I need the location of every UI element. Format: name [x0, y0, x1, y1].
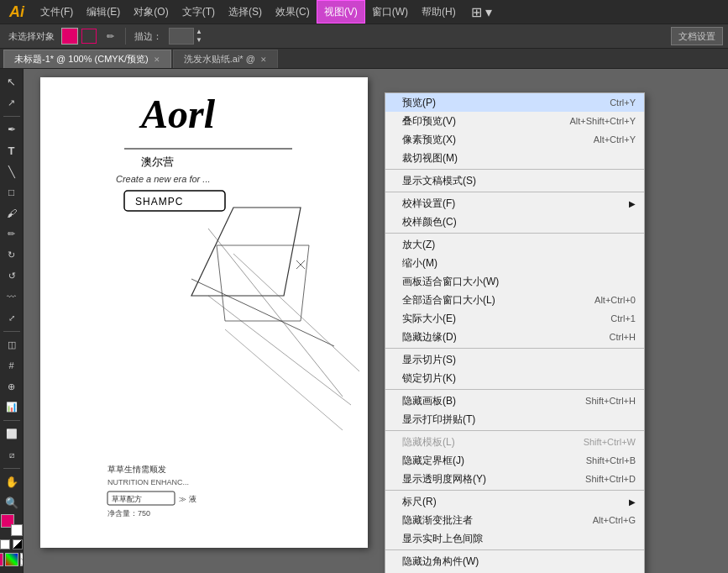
- menu-fit-all[interactable]: 全部适合窗口大小(L) Alt+Ctrl+0: [385, 291, 644, 309]
- draw-mode-btn[interactable]: ✏: [100, 26, 120, 46]
- mesh-tool[interactable]: #: [2, 356, 22, 376]
- menu-proof-setup[interactable]: 校样设置(F) ▶: [385, 194, 644, 213]
- svg-text:草草配方: 草草配方: [112, 495, 142, 503]
- gradient-tool[interactable]: ◫: [2, 335, 22, 355]
- menu-hide-artboards[interactable]: 隐藏画板(B) Shift+Ctrl+H: [385, 392, 644, 410]
- svg-text:澳尔营: 澳尔营: [141, 155, 174, 168]
- tab-shampoo-label: 洗发水贴纸.ai* @: [184, 53, 255, 66]
- zoom-tool[interactable]: 🔍: [2, 493, 22, 513]
- menu-bar: 文件(F) 编辑(E) 对象(O) 文字(T) 选择(S) 效果(C) 视图(V…: [34, 0, 463, 24]
- menu-zoom-out[interactable]: 缩小(M): [385, 254, 644, 272]
- menu-fit-artboard[interactable]: 画板适合窗口大小(W): [385, 272, 644, 291]
- canvas-area: Aorl 澳尔营 Create a new era for ... SHAMPC: [24, 69, 728, 573]
- artboard-tool[interactable]: ⬜: [2, 424, 22, 444]
- chart-tool[interactable]: 📊: [2, 398, 22, 418]
- selection-tool[interactable]: ↖: [2, 72, 22, 92]
- line-tool[interactable]: ╲: [2, 162, 22, 181]
- svg-text:净含量：750: 净含量：750: [107, 509, 150, 518]
- menu-hide-corner-widget[interactable]: 隐藏边角构件(W): [385, 552, 644, 570]
- menu-preview-shortcut: Ctrl+Y: [610, 97, 636, 108]
- tab-bar: 未标题-1* @ 100% (CMYK/预览) ✕ 洗发水贴纸.ai* @ ✕: [0, 49, 728, 69]
- menu-zoom-in[interactable]: 放大(Z): [385, 235, 644, 254]
- hand-tool[interactable]: ✋: [2, 472, 22, 492]
- menu-pixel-preview[interactable]: 像素预览(X) Alt+Ctrl+Y: [385, 130, 644, 149]
- stroke-color-box[interactable]: [81, 29, 97, 44]
- menu-preview-label: 预览(P): [402, 96, 436, 110]
- svg-text:Create a new era for ...: Create a new era for ...: [116, 174, 211, 184]
- menu-hide-gradient-annotator[interactable]: 隐藏渐变批注者 Alt+Ctrl+G: [385, 511, 644, 529]
- tab-untitled[interactable]: 未标题-1* @ 100% (CMYK/预览) ✕: [3, 50, 171, 68]
- artwork: Aorl 澳尔营 Create a new era for ... SHAMPC: [40, 77, 368, 548]
- pen-tool[interactable]: ✒: [2, 120, 22, 139]
- menu-window[interactable]: 窗口(W): [365, 0, 415, 24]
- menu-preview[interactable]: 预览(P) Ctrl+Y: [385, 93, 644, 112]
- dropdown-sep-8: [385, 549, 644, 550]
- menu-show-print-tiling[interactable]: 显示打印拼贴(T): [385, 410, 644, 428]
- menu-overprint-preview[interactable]: 叠印预览(V) Alt+Shift+Ctrl+Y: [385, 112, 644, 130]
- menu-text[interactable]: 文字(T): [175, 0, 222, 24]
- swap-colors[interactable]: [13, 539, 23, 549]
- svg-text:草草生情需顺发: 草草生情需顺发: [107, 465, 166, 474]
- canvas-content: Aorl 澳尔营 Create a new era for ... SHAMPC: [40, 77, 368, 548]
- menu-crop-view[interactable]: 裁切视图(M): [385, 149, 644, 167]
- stroke-input[interactable]: [169, 28, 194, 45]
- direct-selection-tool[interactable]: ↗: [2, 93, 22, 113]
- tab-shampoo[interactable]: 洗发水贴纸.ai* @ ✕: [173, 50, 278, 68]
- scale-tool[interactable]: ⤢: [2, 308, 22, 328]
- menu-presentation-mode[interactable]: 显示文稿模式(S): [385, 171, 644, 190]
- dropdown-sep-2: [385, 192, 644, 192]
- dropdown-sep-4: [385, 348, 644, 349]
- mirror-tool[interactable]: ↻: [2, 266, 22, 286]
- pencil-tool[interactable]: ✏: [2, 224, 22, 244]
- menu-show-live-paint-gaps[interactable]: 显示实时上色间隙: [385, 529, 644, 548]
- menu-hide-template[interactable]: 隐藏模板(L) Shift+Ctrl+W: [385, 433, 644, 451]
- menu-effect[interactable]: 效果(C): [269, 0, 317, 24]
- rotate-tool[interactable]: ↻: [2, 245, 22, 265]
- warp-tool[interactable]: 〰: [2, 287, 22, 307]
- type-tool[interactable]: T: [2, 141, 22, 160]
- dropdown-sep-7: [385, 490, 644, 491]
- tab-untitled-close[interactable]: ✕: [154, 55, 160, 64]
- selection-label: 未选择对象: [5, 30, 58, 43]
- gradient-mode[interactable]: [5, 553, 18, 566]
- menu-proof-colors[interactable]: 校样颜色(C): [385, 213, 644, 231]
- menu-file[interactable]: 文件(F): [34, 0, 80, 24]
- menu-hide-edges[interactable]: 隐藏边缘(D) Ctrl+H: [385, 328, 644, 346]
- proof-setup-arrow: ▶: [629, 199, 636, 208]
- dropdown-sep-1: [385, 169, 644, 170]
- menu-show-transparency-grid[interactable]: 显示透明度网格(Y) Shift+Ctrl+D: [385, 470, 644, 488]
- fill-color-box[interactable]: [61, 28, 78, 45]
- color-swatch-area[interactable]: [1, 514, 23, 536]
- tool-sep-4: [3, 468, 20, 469]
- tool-sep-2: [3, 331, 20, 332]
- menu-rulers[interactable]: 标尺(R) ▶: [385, 492, 644, 511]
- menu-edit[interactable]: 编辑(E): [80, 0, 127, 24]
- color-mode[interactable]: [0, 553, 3, 566]
- doc-settings-button[interactable]: 文档设置: [671, 27, 723, 45]
- menu-show-slices[interactable]: 显示切片(S): [385, 350, 644, 369]
- app-logo: Ai: [5, 3, 29, 21]
- menu-help[interactable]: 帮助(H): [415, 0, 463, 24]
- menu-hide-bounding-box[interactable]: 隐藏定界框(J) Shift+Ctrl+B: [385, 451, 644, 470]
- default-colors[interactable]: [0, 539, 10, 549]
- rect-tool[interactable]: □: [2, 182, 22, 202]
- shape-builder-tool[interactable]: ⊕: [2, 377, 22, 397]
- stroke-label: 描边：: [131, 30, 165, 43]
- workspace-switcher[interactable]: ⊞ ▾: [471, 4, 492, 20]
- menu-object[interactable]: 对象(O): [127, 0, 175, 24]
- options-bar: 未选择对象 ✏ 描边： ▲ ▼ 文档设置: [0, 24, 728, 49]
- title-bar: Ai 文件(F) 编辑(E) 对象(O) 文字(T) 选择(S) 效果(C) 视…: [0, 0, 728, 24]
- menu-select[interactable]: 选择(S): [222, 0, 269, 24]
- svg-text:SHAMPC: SHAMPC: [135, 196, 183, 208]
- background-color[interactable]: [11, 524, 23, 536]
- menu-lock-slices[interactable]: 锁定切片(K): [385, 369, 644, 387]
- tab-shampoo-close[interactable]: ✕: [260, 55, 267, 64]
- color-swatches: [0, 514, 24, 570]
- paintbrush-tool[interactable]: 🖌: [2, 203, 22, 223]
- dropdown-sep-5: [385, 389, 644, 390]
- menu-actual-size[interactable]: 实际大小(E) Ctrl+1: [385, 309, 644, 328]
- left-toolbar: ↖ ↗ ✒ T ╲ □ 🖌 ✏ ↻ ↻ 〰 ⤢ ◫ # ⊕ 📊 ⬜ ⧄ ✋ 🔍: [0, 69, 24, 573]
- slice-tool[interactable]: ⧄: [2, 445, 22, 465]
- stroke-stepper[interactable]: ▲ ▼: [196, 28, 202, 45]
- menu-view[interactable]: 视图(V): [317, 0, 365, 24]
